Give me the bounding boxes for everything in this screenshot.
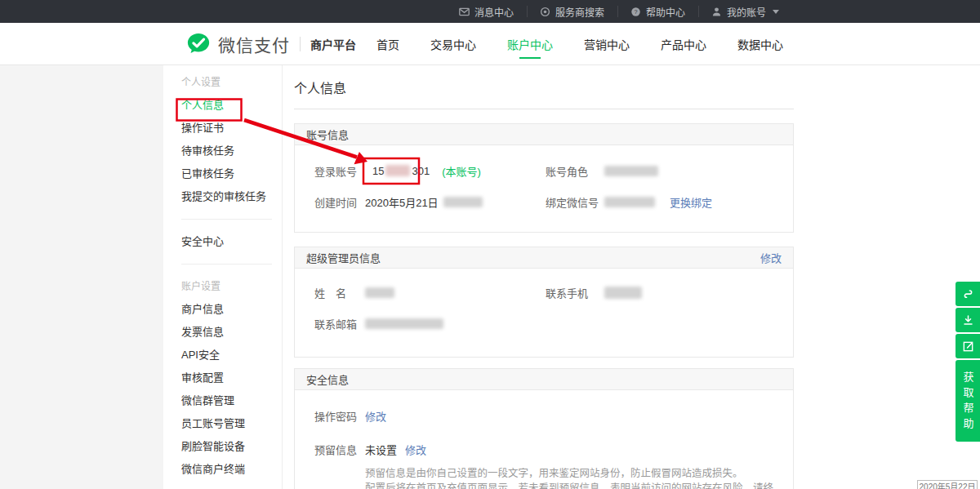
admin-name-label: 姓 名 xyxy=(314,285,365,300)
sidebar-item-face-devices[interactable]: 刷脸智能设备 xyxy=(181,435,282,458)
masked-admin-email xyxy=(365,318,443,329)
reserved-info-value: 未设置 xyxy=(365,442,397,457)
topbar-my-account[interactable]: 我的账号 xyxy=(698,0,792,23)
login-account-number: 15 301 xyxy=(365,161,437,181)
sidebar-item-my-submitted-tasks[interactable]: 我提交的审核任务 xyxy=(181,185,282,208)
nav-item-home[interactable]: 首页 xyxy=(361,23,415,65)
sidebar-item-merchant-info[interactable]: 商户信息 xyxy=(181,298,282,321)
masked-admin-name xyxy=(365,287,394,298)
account-info-card: 账号信息 登录账号 15 301 (本账号) 账号角色 xyxy=(294,123,794,233)
sidebar-item-invoice-info[interactable]: 发票信息 xyxy=(181,321,282,344)
operation-password-label: 操作密码 xyxy=(314,408,365,424)
link-icon xyxy=(962,288,974,300)
sidebar-item-api-security[interactable]: API安全 xyxy=(181,344,282,367)
card-title: 账号信息 xyxy=(306,127,349,142)
masked-wechat-id xyxy=(604,197,655,207)
admin-name-row: 姓 名 xyxy=(314,280,546,305)
super-admin-card: 超级管理员信息 修改 姓 名 联系手机 联系邮箱 xyxy=(294,247,794,358)
security-info-card-header: 安全信息 xyxy=(295,369,793,390)
sidebar: 个人设置 个人信息 操作证书 待审核任务 已审核任务 我提交的审核任务 安全中心… xyxy=(163,65,283,489)
sidebar-group-account-settings: 账户设置 xyxy=(181,275,282,298)
password-modify-link[interactable]: 修改 xyxy=(365,408,386,424)
nav-item-data-center[interactable]: 数据中心 xyxy=(722,23,799,65)
login-account-value: 15 301 (本账号) xyxy=(365,161,481,181)
card-title: 安全信息 xyxy=(306,371,349,387)
sidebar-divider xyxy=(181,219,272,220)
brand-divider xyxy=(300,37,301,51)
created-time-label: 创建时间 xyxy=(314,194,365,210)
topbar-help-center[interactable]: ? 帮助中心 xyxy=(617,0,698,23)
download-button[interactable] xyxy=(956,308,980,332)
sidebar-item-review-config[interactable]: 审核配置 xyxy=(181,367,282,389)
reserved-modify-link[interactable]: 修改 xyxy=(405,442,426,457)
bound-wechat-label: 绑定微信号 xyxy=(546,194,604,210)
created-time-value: 2020年5月21日 xyxy=(365,194,439,210)
sidebar-item-wechat-group-mgmt[interactable]: 微信群管理 xyxy=(181,389,282,412)
chevron-down-icon xyxy=(773,10,779,14)
sidebar-item-security-center[interactable]: 安全中心 xyxy=(181,230,282,253)
topbar-provider-search[interactable]: 服务商搜索 xyxy=(527,0,617,23)
masked-login-digits xyxy=(385,165,410,176)
topbar-item-label: 我的账号 xyxy=(727,5,766,19)
edit-icon xyxy=(962,340,974,353)
admin-email-label: 联系邮箱 xyxy=(314,316,365,331)
brand[interactable]: 微信支付 商户平台 xyxy=(186,23,356,65)
user-icon xyxy=(711,7,722,17)
admin-modify-link[interactable]: 修改 xyxy=(760,250,782,265)
account-info-card-header: 账号信息 xyxy=(295,124,793,145)
super-admin-card-header: 超级管理员信息 修改 xyxy=(295,247,793,269)
reserved-info-label: 预留信息 xyxy=(314,442,365,457)
sidebar-item-staff-account-mgmt[interactable]: 员工账号管理 xyxy=(181,412,282,435)
sidebar-item-personal-info[interactable]: 个人信息 xyxy=(181,94,282,117)
bound-wechat-row: 绑定微信号 更换绑定 xyxy=(546,189,782,214)
svg-text:?: ? xyxy=(634,7,637,15)
masked-admin-phone xyxy=(604,287,642,299)
floating-action-bar: 获取帮助 xyxy=(956,282,980,442)
masked-account-role xyxy=(604,166,658,176)
download-icon xyxy=(962,314,974,327)
sidebar-item-merchant-terminal[interactable]: 微信商户终端 xyxy=(181,458,282,481)
date-tooltip: 2020年5月22日 xyxy=(917,480,978,489)
created-time-row: 创建时间 2020年5月21日 xyxy=(314,189,546,214)
account-role-label: 账号角色 xyxy=(546,163,604,179)
sidebar-item-pending-review-tasks[interactable]: 待审核任务 xyxy=(181,140,282,162)
security-info-card-body: 操作密码 修改 预留信息 未设置 修改 预留信息是由你自己设置的一段文字，用来鉴… xyxy=(295,390,793,489)
quick-link-button[interactable] xyxy=(956,282,980,306)
sidebar-item-operation-certificate[interactable]: 操作证书 xyxy=(181,117,282,140)
account-role-row: 账号角色 xyxy=(546,158,782,183)
account-info-card-body: 登录账号 15 301 (本账号) 账号角色 创建时间 xyxy=(295,145,793,232)
brand-portal-label: 商户平台 xyxy=(310,36,356,52)
sidebar-item-reviewed-tasks[interactable]: 已审核任务 xyxy=(181,162,282,185)
nav-item-marketing-center[interactable]: 营销中心 xyxy=(568,23,645,65)
target-icon xyxy=(540,7,550,17)
feedback-button[interactable] xyxy=(956,334,980,358)
sidebar-group-personal-settings: 个人设置 xyxy=(181,71,282,94)
card-title: 超级管理员信息 xyxy=(306,250,381,265)
super-admin-card-body: 姓 名 联系手机 联系邮箱 xyxy=(295,269,793,357)
login-account-row: 登录账号 15 301 (本账号) xyxy=(314,158,546,183)
title-divider xyxy=(294,109,794,109)
wechat-pay-logo-icon xyxy=(186,32,211,56)
masked-created-time xyxy=(443,197,483,207)
login-account-label: 登录账号 xyxy=(314,163,365,179)
main-nav: 首页 交易中心 账户中心 营销中心 产品中心 数据中心 xyxy=(361,23,799,65)
nav-item-account-center[interactable]: 账户中心 xyxy=(492,23,568,65)
mail-icon xyxy=(459,7,470,17)
get-help-button[interactable]: 获取帮助 xyxy=(956,360,980,442)
top-utility-bar: 消息中心 服务商搜索 ? 帮助中心 我的账号 xyxy=(0,0,980,23)
topbar-item-label: 消息中心 xyxy=(474,5,514,19)
change-binding-link[interactable]: 更换绑定 xyxy=(670,194,712,210)
admin-email-row: 联系邮箱 xyxy=(314,311,546,336)
nav-item-product-center[interactable]: 产品中心 xyxy=(645,23,722,65)
left-gutter xyxy=(0,65,163,489)
admin-phone-label: 联系手机 xyxy=(546,285,604,300)
topbar-message-center[interactable]: 消息中心 xyxy=(446,0,527,23)
nav-item-transaction-center[interactable]: 交易中心 xyxy=(415,23,492,65)
main-content: 个人信息 账号信息 登录账号 15 301 (本账号) xyxy=(294,65,794,489)
current-account-tag: (本账号) xyxy=(442,163,481,179)
security-info-card: 安全信息 操作密码 修改 预留信息 未设置 修改 预留信息是由你自己设置的一段文… xyxy=(294,368,794,489)
site-header: 微信支付 商户平台 首页 交易中心 账户中心 营销中心 产品中心 数据中心 xyxy=(0,23,980,65)
topbar-item-label: 服务商搜索 xyxy=(555,5,604,19)
topbar-item-label: 帮助中心 xyxy=(646,5,685,19)
reserved-info-row: 预留信息 未设置 修改 xyxy=(314,442,782,457)
